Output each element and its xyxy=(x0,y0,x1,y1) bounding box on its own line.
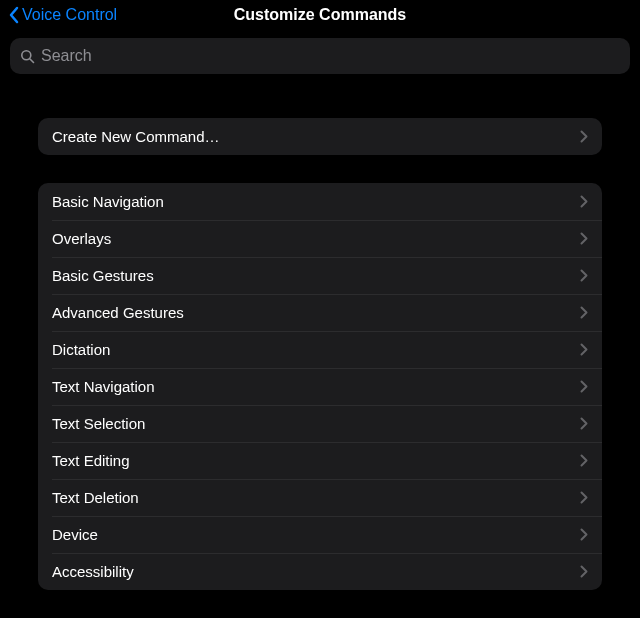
search-wrap xyxy=(0,30,640,78)
chevron-right-icon xyxy=(580,380,588,393)
category-row[interactable]: Accessibility xyxy=(38,553,602,590)
chevron-right-icon xyxy=(580,565,588,578)
search-input[interactable] xyxy=(41,47,620,65)
chevron-right-icon xyxy=(580,195,588,208)
category-row[interactable]: Text Selection xyxy=(38,405,602,442)
search-icon xyxy=(20,49,35,64)
category-row[interactable]: Text Navigation xyxy=(38,368,602,405)
category-label: Overlays xyxy=(52,230,580,247)
chevron-right-icon xyxy=(580,454,588,467)
svg-line-1 xyxy=(30,59,34,63)
category-label: Advanced Gestures xyxy=(52,304,580,321)
chevron-right-icon xyxy=(580,232,588,245)
categories-group: Basic NavigationOverlaysBasic GesturesAd… xyxy=(38,183,602,590)
create-new-command-row[interactable]: Create New Command… xyxy=(38,118,602,155)
category-row[interactable]: Basic Gestures xyxy=(38,257,602,294)
category-label: Basic Gestures xyxy=(52,267,580,284)
chevron-right-icon xyxy=(580,417,588,430)
category-row[interactable]: Advanced Gestures xyxy=(38,294,602,331)
chevron-right-icon xyxy=(580,343,588,356)
category-row[interactable]: Dictation xyxy=(38,331,602,368)
category-label: Dictation xyxy=(52,341,580,358)
content: Create New Command… Basic NavigationOver… xyxy=(0,118,640,590)
category-row[interactable]: Overlays xyxy=(38,220,602,257)
chevron-right-icon xyxy=(580,491,588,504)
back-button[interactable]: Voice Control xyxy=(8,0,117,30)
category-label: Text Deletion xyxy=(52,489,580,506)
category-row[interactable]: Text Deletion xyxy=(38,479,602,516)
chevron-right-icon xyxy=(580,269,588,282)
category-row[interactable]: Text Editing xyxy=(38,442,602,479)
category-label: Text Editing xyxy=(52,452,580,469)
nav-bar: Voice Control Customize Commands xyxy=(0,0,640,30)
chevron-right-icon xyxy=(580,528,588,541)
create-group: Create New Command… xyxy=(38,118,602,155)
chevron-left-icon xyxy=(8,6,20,24)
chevron-right-icon xyxy=(580,306,588,319)
category-label: Device xyxy=(52,526,580,543)
category-row[interactable]: Device xyxy=(38,516,602,553)
category-label: Accessibility xyxy=(52,563,580,580)
category-label: Basic Navigation xyxy=(52,193,580,210)
create-label: Create New Command… xyxy=(52,128,580,145)
search-field[interactable] xyxy=(10,38,630,74)
category-row[interactable]: Basic Navigation xyxy=(38,183,602,220)
page-title: Customize Commands xyxy=(234,6,406,24)
back-label: Voice Control xyxy=(22,6,117,24)
chevron-right-icon xyxy=(580,130,588,143)
category-label: Text Selection xyxy=(52,415,580,432)
category-label: Text Navigation xyxy=(52,378,580,395)
